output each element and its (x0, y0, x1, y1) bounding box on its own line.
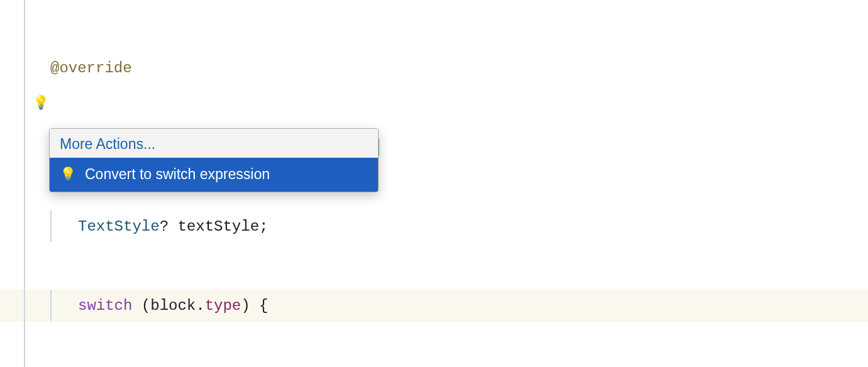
popup-item-convert-switch[interactable]: 💡 Convert to switch expression (50, 158, 378, 192)
type: TextStyle (78, 219, 160, 234)
brace-open: { (259, 298, 268, 314)
lightbulb-icon[interactable]: 💡 (33, 97, 49, 111)
quick-fix-popup[interactable]: More Actions... 💡 Convert to switch expr… (49, 128, 379, 192)
semicolon: ; (259, 219, 268, 234)
annotation: @override (50, 60, 132, 76)
code-line-active[interactable]: switch (block.type) { (50, 290, 699, 321)
variable: textStyle (177, 219, 259, 234)
paren: ) (241, 298, 250, 314)
field: type (205, 298, 242, 314)
popup-item-label: Convert to switch expression (85, 167, 270, 182)
code-line[interactable]: @override (50, 53, 699, 84)
object: block (150, 298, 196, 314)
indent-guide (50, 211, 78, 242)
editor-left-rule (24, 0, 25, 367)
code-line[interactable]: TextStyle? textStyle; (50, 211, 699, 242)
popup-header-label: More Actions... (60, 136, 155, 152)
lightbulb-icon: 💡 (60, 167, 76, 181)
nullable: ? (160, 219, 169, 234)
keyword-switch: switch (78, 298, 132, 314)
popup-more-actions[interactable]: More Actions... (50, 129, 378, 158)
paren: ( (142, 298, 150, 314)
dot: . (196, 298, 204, 314)
indent-guide (50, 290, 78, 321)
